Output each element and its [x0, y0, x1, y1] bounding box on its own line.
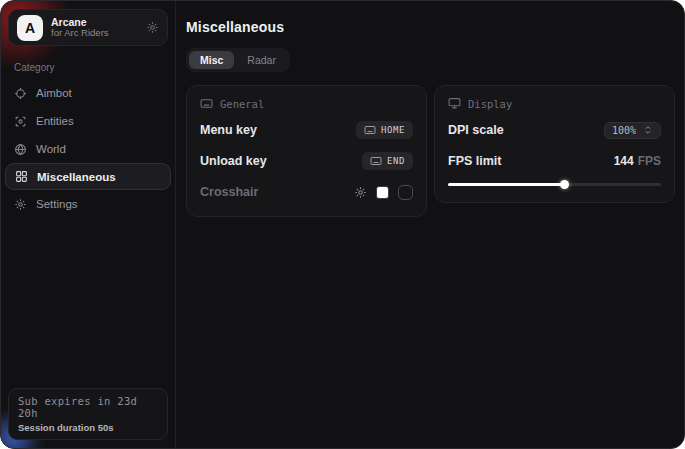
sidebar-nav: Aimbot Entities World [1, 79, 175, 218]
general-panel: General Menu key HOME Unload key [186, 85, 427, 217]
unload-key-row: Unload key END [200, 150, 413, 172]
dpi-scale-value: 100% [612, 125, 636, 136]
entities-icon [14, 115, 27, 128]
sidebar-item-miscellaneous[interactable]: Miscellaneous [5, 163, 171, 190]
app-logo: A [17, 15, 43, 41]
dpi-scale-row: DPI scale 100% [448, 119, 661, 141]
tab-group: Misc Radar [186, 48, 290, 72]
fps-limit-row: FPS limit 144 FPS [448, 150, 661, 172]
gear-icon [14, 198, 27, 211]
page-title: Miscellaneous [186, 19, 675, 35]
fps-limit-label: FPS limit [448, 154, 501, 168]
crosshair-checkbox[interactable] [398, 185, 413, 200]
subscription-card: Sub expires in 23d 20h Session duration … [8, 388, 168, 440]
display-panel: Display DPI scale 100% FPS limit [434, 85, 675, 203]
unload-key-label: Unload key [200, 154, 267, 168]
crosshair-color-swatch[interactable] [376, 186, 389, 199]
slider-fill [448, 183, 565, 186]
fps-limit-slider[interactable] [448, 179, 661, 189]
category-label: Category [14, 62, 162, 73]
session-duration-text: Session duration 50s [18, 422, 158, 433]
sidebar: A Arcane for Arc Riders Category [1, 1, 176, 448]
chevron-selector-icon [643, 125, 653, 135]
crosshair-row: Crosshair [200, 181, 413, 203]
sidebar-item-entities[interactable]: Entities [1, 107, 175, 135]
app-subtitle: for Arc Riders [51, 28, 138, 39]
panel-title: Display [468, 98, 512, 110]
gear-icon[interactable] [146, 21, 159, 34]
crosshair-icon [14, 87, 27, 100]
crosshair-settings-gear-icon[interactable] [354, 186, 367, 199]
panel-title: General [220, 98, 264, 110]
sub-expiry-text: Sub expires in 23d 20h [18, 395, 158, 419]
keyboard-icon [370, 155, 382, 167]
dpi-scale-select[interactable]: 100% [604, 122, 661, 139]
menu-key-row: Menu key HOME [200, 119, 413, 141]
menu-key-label: Menu key [200, 123, 257, 137]
fps-limit-unit: FPS [638, 154, 661, 168]
monitor-icon [448, 97, 461, 110]
keyboard-icon [364, 124, 376, 136]
brand-card: A Arcane for Arc Riders [8, 9, 168, 46]
menu-key-bind-button[interactable]: HOME [356, 121, 413, 139]
sidebar-item-label: Aimbot [36, 87, 72, 99]
sidebar-item-aimbot[interactable]: Aimbot [1, 79, 175, 107]
fps-limit-value: 144 [614, 154, 634, 168]
unload-key-value: END [387, 156, 405, 166]
globe-icon [14, 143, 27, 156]
dpi-scale-label: DPI scale [448, 123, 504, 137]
keyboard-icon [200, 97, 213, 110]
menu-key-value: HOME [381, 125, 405, 135]
sidebar-item-label: Settings [36, 198, 78, 210]
tab-radar[interactable]: Radar [236, 51, 287, 69]
sidebar-item-settings[interactable]: Settings [1, 190, 175, 218]
slider-thumb[interactable] [560, 180, 569, 189]
sidebar-item-world[interactable]: World [1, 135, 175, 163]
main-content: Miscellaneous Misc Radar General Menu ke… [176, 1, 685, 448]
unload-key-bind-button[interactable]: END [362, 152, 413, 170]
app-window: A Arcane for Arc Riders Category [0, 0, 685, 449]
sidebar-item-label: Entities [36, 115, 74, 127]
tab-misc[interactable]: Misc [189, 51, 234, 69]
sidebar-item-label: World [36, 143, 66, 155]
crosshair-label: Crosshair [200, 185, 258, 199]
grid-icon [15, 170, 28, 183]
sidebar-item-label: Miscellaneous [37, 171, 116, 183]
